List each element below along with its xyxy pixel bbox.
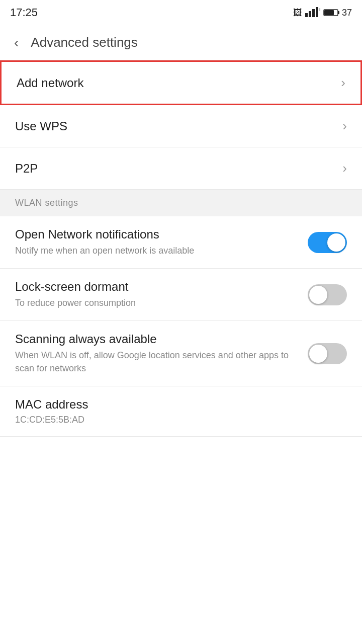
svg-rect-3 (316, 7, 318, 17)
mac-address-item: MAC address 1C:CD:E5:5B:AD (0, 386, 362, 437)
battery-level: 37 (342, 8, 352, 18)
open-network-notifications-title: Open Network notifications (15, 227, 298, 242)
p2p-item[interactable]: P2P › (0, 147, 362, 190)
svg-rect-6 (338, 11, 339, 14)
open-network-notifications-text: Open Network notifications Notify me whe… (15, 227, 308, 257)
status-time: 17:25 (10, 6, 38, 19)
status-bar: 17:25 🖼 H+ 37 (0, 0, 362, 25)
open-network-notifications-item[interactable]: Open Network notifications Notify me whe… (0, 216, 362, 269)
svg-rect-2 (312, 9, 315, 17)
use-wps-label: Use WPS (15, 119, 67, 133)
open-network-notifications-subtitle: Notify me when an open network is availa… (15, 245, 298, 257)
lock-screen-dormant-title: Lock-screen dormant (15, 280, 298, 294)
mac-address-label: MAC address (15, 397, 347, 412)
chevron-icon: › (342, 118, 347, 134)
lock-screen-dormant-item[interactable]: Lock-screen dormant To reduce power cons… (0, 269, 362, 321)
p2p-label: P2P (15, 162, 38, 176)
use-wps-item[interactable]: Use WPS › (0, 105, 362, 147)
page-title: Advanced settings (31, 35, 137, 50)
scanning-always-available-subtitle: When WLAN is off, allow Google location … (15, 349, 298, 374)
header: ‹ Advanced settings (0, 25, 362, 60)
lock-screen-dormant-subtitle: To reduce power consumption (15, 297, 298, 309)
wlan-section-header: WLAN settings (0, 190, 362, 216)
svg-rect-0 (305, 13, 308, 17)
chevron-icon: › (342, 160, 347, 176)
scanning-always-available-text: Scanning always available When WLAN is o… (15, 332, 308, 374)
add-network-item[interactable]: Add network › (0, 60, 362, 105)
svg-text:H+: H+ (319, 7, 320, 12)
svg-rect-7 (324, 10, 334, 15)
scanning-always-available-item[interactable]: Scanning always available When WLAN is o… (0, 321, 362, 386)
back-button[interactable]: ‹ (10, 33, 23, 53)
lock-screen-dormant-toggle[interactable] (308, 284, 347, 305)
toggle-knob (327, 233, 345, 252)
mac-address-value: 1C:CD:E5:5B:AD (15, 415, 347, 425)
gallery-icon: 🖼 (293, 8, 302, 18)
battery-icon: 37 (323, 8, 352, 18)
scanning-always-available-title: Scanning always available (15, 332, 298, 346)
toggle-knob (309, 345, 327, 363)
open-network-notifications-toggle[interactable] (308, 232, 347, 253)
toggle-knob (309, 286, 327, 304)
status-icons: 🖼 H+ 37 (293, 6, 352, 19)
lock-screen-dormant-text: Lock-screen dormant To reduce power cons… (15, 280, 308, 309)
signal-icon: H+ (305, 6, 320, 19)
scanning-always-available-toggle[interactable] (308, 343, 347, 364)
svg-rect-1 (309, 11, 311, 17)
chevron-icon: › (341, 75, 345, 91)
add-network-label: Add network (17, 76, 83, 90)
